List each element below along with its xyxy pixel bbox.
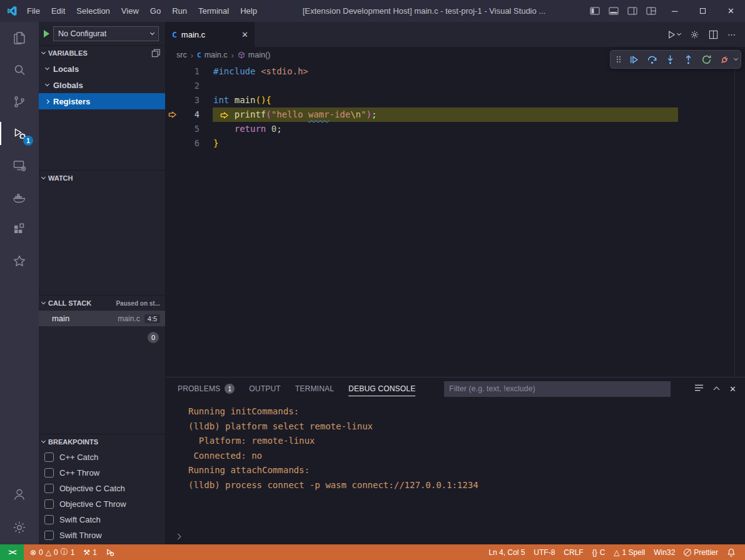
breakpoints-header[interactable]: BREAKPOINTS — [39, 434, 165, 449]
code-line-4[interactable]: 4 printf("hello wamr-ide\n"); — [166, 108, 745, 122]
checkbox[interactable] — [44, 484, 54, 493]
extensions-icon[interactable] — [0, 213, 39, 245]
checkbox[interactable] — [44, 531, 54, 540]
paused-status: Paused on st... — [116, 300, 160, 307]
chevron-down-icon[interactable] — [734, 56, 738, 61]
checkbox[interactable] — [44, 499, 54, 509]
prettier-status[interactable]: Prettier — [679, 544, 722, 560]
variables-item-locals[interactable]: Locals — [39, 61, 165, 77]
spell-checker-status[interactable]: △1 Spell — [609, 544, 649, 560]
menu-selection[interactable]: Selection — [71, 0, 115, 22]
breadcrumb-symbol[interactable]: main() — [238, 51, 270, 59]
encoding-indicator[interactable]: UTF-8 — [529, 544, 559, 560]
drag-handle-icon[interactable] — [614, 52, 624, 67]
code-line-5[interactable]: 5 return 0; — [166, 122, 745, 136]
breakpoint-objective-c-throw[interactable]: Objective C Throw — [39, 496, 165, 512]
debug-console-output[interactable]: Running initCommands:(lldb) platform sel… — [166, 400, 745, 528]
more-actions-icon[interactable]: ⋯ — [727, 30, 736, 39]
menu-file[interactable]: File — [21, 0, 46, 22]
breakpoint-swift-catch[interactable]: Swift Catch — [39, 512, 165, 528]
chevron-down-icon — [41, 175, 46, 179]
watch-header[interactable]: WATCH — [39, 171, 165, 186]
close-tab-icon[interactable]: ✕ — [241, 30, 248, 39]
notifications-bell[interactable] — [722, 544, 740, 560]
variables-item-registers[interactable]: Registers — [39, 93, 165, 109]
menu-view[interactable]: View — [116, 0, 144, 22]
breadcrumb-src[interactable]: src — [176, 51, 187, 59]
tools-status[interactable]: ⚒1 — [79, 544, 101, 560]
step-over-icon[interactable] — [644, 52, 660, 67]
source-control-icon[interactable] — [0, 86, 39, 118]
call-stack-header[interactable]: CALL STACK Paused on st... — [39, 296, 165, 311]
debug-console-filter-input[interactable] — [444, 381, 671, 397]
debug-console-prompt[interactable] — [166, 528, 745, 544]
platform-indicator[interactable]: Win32 — [649, 544, 679, 560]
panel-tab-debug-console[interactable]: DEBUG CONSOLE — [348, 378, 415, 400]
panel-tab-problems[interactable]: PROBLEMS 1 — [178, 378, 235, 400]
step-out-icon[interactable] — [680, 52, 696, 67]
run-debug-icon[interactable]: 1 — [0, 118, 39, 149]
minimize-button[interactable]: ─ — [661, 0, 689, 22]
menu-help[interactable]: Help — [235, 0, 263, 22]
settings-gear-icon[interactable] — [0, 510, 39, 544]
remote-indicator[interactable]: >< — [0, 544, 24, 560]
menu-edit[interactable]: Edit — [46, 0, 71, 22]
restart-icon[interactable] — [698, 52, 714, 67]
code-editor[interactable]: 1 #include <stdio.h> 2 3 int main(){ 4 p… — [166, 63, 745, 377]
breakpoint-objective-c-catch[interactable]: Objective C Catch — [39, 481, 165, 496]
current-frame-arrow-icon[interactable] — [166, 108, 181, 122]
checkbox[interactable] — [44, 452, 54, 462]
search-icon[interactable] — [0, 54, 39, 86]
editor-settings-icon[interactable] — [690, 30, 699, 39]
customize-layout-icon[interactable] — [642, 0, 661, 22]
bottom-panel: PROBLEMS 1 OUTPUT TERMINAL DEBUG CONSOLE… — [166, 377, 745, 544]
panel-header: PROBLEMS 1 OUTPUT TERMINAL DEBUG CONSOLE… — [166, 378, 745, 400]
close-button[interactable]: ✕ — [717, 0, 745, 22]
variables-header[interactable]: VARIABLES — [39, 46, 165, 61]
code-line-6[interactable]: 6 } — [166, 136, 745, 151]
split-editor-icon[interactable] — [709, 30, 718, 39]
code-line-2[interactable]: 2 — [166, 79, 745, 93]
checkbox[interactable] — [44, 468, 54, 478]
explorer-icon[interactable] — [0, 22, 39, 54]
close-panel-icon[interactable]: ✕ — [729, 384, 736, 394]
debug-sidebar: No Configurat VARIABLES Locals Globals R… — [39, 22, 166, 544]
panel-tab-terminal[interactable]: TERMINAL — [295, 378, 334, 400]
remote-explorer-icon[interactable] — [0, 149, 39, 181]
breakpoint-swift-throw[interactable]: Swift Throw — [39, 528, 165, 543]
toggle-secondary-sidebar-icon[interactable] — [623, 0, 642, 22]
run-or-debug-button[interactable] — [667, 30, 681, 39]
stack-frame-row[interactable]: main main.c 4:5 — [39, 311, 165, 326]
tab-main-c[interactable]: C main.c ✕ — [166, 22, 255, 47]
maximize-button[interactable] — [689, 0, 717, 22]
panel-tab-output[interactable]: OUTPUT — [249, 378, 281, 400]
menu-terminal[interactable]: Terminal — [193, 0, 235, 22]
breadcrumb-file[interactable]: C main.c — [197, 51, 227, 59]
toggle-sidebar-icon[interactable] — [585, 0, 604, 22]
checkbox[interactable] — [44, 515, 54, 524]
disconnect-icon[interactable] — [716, 52, 732, 67]
cursor-position[interactable]: Ln 4, Col 5 — [484, 544, 529, 560]
maximize-panel-icon[interactable] — [714, 387, 720, 393]
docker-icon[interactable] — [0, 181, 39, 213]
debug-status[interactable] — [101, 544, 119, 560]
step-into-icon[interactable] — [662, 52, 678, 67]
start-debug-icon[interactable] — [44, 30, 49, 38]
frame-file: main.c — [118, 314, 139, 323]
open-view-icon[interactable] — [151, 49, 160, 58]
problems-status[interactable]: ⊗0 △0 ⓘ1 — [26, 544, 79, 560]
debug-config-dropdown[interactable]: No Configurat — [53, 26, 159, 41]
favorites-star-icon[interactable] — [0, 245, 39, 277]
menu-go[interactable]: Go — [144, 0, 166, 22]
output-options-icon[interactable] — [694, 384, 704, 394]
menu-run[interactable]: Run — [166, 0, 193, 22]
eol-indicator[interactable]: CRLF — [559, 544, 587, 560]
continue-icon[interactable] — [626, 52, 642, 67]
code-line-3[interactable]: 3 int main(){ — [166, 93, 745, 108]
toggle-panel-icon[interactable] — [604, 0, 623, 22]
language-mode[interactable]: {}C — [588, 544, 610, 560]
accounts-icon[interactable] — [0, 478, 39, 510]
variables-item-globals[interactable]: Globals — [39, 77, 165, 93]
breakpoint-c-throw[interactable]: C++ Throw — [39, 465, 165, 481]
breakpoint-c-catch[interactable]: C++ Catch — [39, 449, 165, 465]
